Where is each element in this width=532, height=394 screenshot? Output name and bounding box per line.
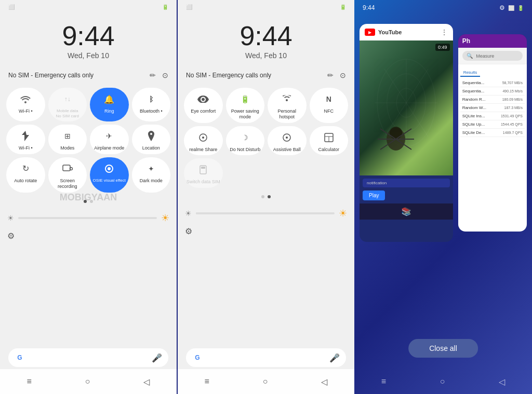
back-nav-icon[interactable]: ◁ xyxy=(143,377,150,387)
settings-circle-icon[interactable]: ⊙ xyxy=(162,71,168,79)
tile-modes[interactable]: ⊞ Modes xyxy=(48,125,87,154)
dnd-label: Do Not Disturb xyxy=(230,147,260,153)
middle-battery-icon: 🔋 xyxy=(340,4,346,10)
bench-item-6-name: SQLite Up... xyxy=(462,122,485,127)
youtube-card[interactable]: ▶ YouTube ⋮ xyxy=(360,24,453,242)
middle-brightness-slider[interactable] xyxy=(196,212,335,214)
bench-search-bar[interactable]: 🔍 Measure xyxy=(462,51,523,61)
tile-hotspot[interactable]: Personal hotspot xyxy=(268,88,307,123)
right-home-nav[interactable]: ○ xyxy=(440,377,445,386)
play-button[interactable]: Play xyxy=(363,191,385,200)
middle-back-nav[interactable]: ◁ xyxy=(321,377,327,387)
bluetooth-label: Bluetooth • xyxy=(140,108,163,114)
tile-eye-comfort[interactable]: Eye comfort xyxy=(184,88,223,123)
modes-label: Modes xyxy=(60,145,74,151)
svg-rect-0 xyxy=(63,165,70,171)
tile-dark-mode[interactable]: ✦ Dark mode xyxy=(132,157,171,193)
left-screen-icon: ⬜ xyxy=(8,4,15,10)
middle-menu-nav[interactable]: ≡ xyxy=(204,377,209,386)
right-screen-icon: ⬜ xyxy=(508,5,514,11)
wifi-label: Wi-Fi • xyxy=(19,108,33,114)
switch-sim-label: Switch data SIM xyxy=(187,179,220,185)
left-tiles-grid: Wi-Fi • ↑↓ Mobile dataNo SIM card 🔔 Ring… xyxy=(0,84,177,197)
airplane-label: Airplane mode xyxy=(94,145,124,151)
airplane-icon: ✈ xyxy=(102,129,116,143)
tile-realme-share[interactable]: realme Share xyxy=(184,126,223,156)
assistive-label: Assistive Ball xyxy=(273,147,301,153)
tile-wifi[interactable]: Wi-Fi • xyxy=(6,88,45,121)
tile-ring[interactable]: 🔔 Ring xyxy=(90,88,129,121)
youtube-card-header: ▶ YouTube ⋮ xyxy=(360,24,453,40)
left-brightness-row: ☀ ☀ xyxy=(0,208,177,228)
middle-mic-icon[interactable]: 🎤 xyxy=(329,353,340,363)
bench-search-header: 🔍 Measure xyxy=(458,48,527,64)
middle-search-bar[interactable]: G 🎤 xyxy=(186,348,346,367)
realme-share-label: realme Share xyxy=(189,147,217,153)
hotspot-label: Personal hotspot xyxy=(270,108,304,120)
svg-point-1 xyxy=(70,167,72,170)
tile-airplane[interactable]: ✈ Airplane mode xyxy=(90,125,129,154)
tile-mobile-data[interactable]: ↑↓ Mobile dataNo SIM card xyxy=(48,88,87,121)
tile-flashlight[interactable]: Wi-Fi • xyxy=(6,125,45,154)
flashlight-icon xyxy=(18,129,33,143)
tile-dnd[interactable]: ☽ Do Not Disturb xyxy=(226,126,265,156)
bench-card-header: Ph xyxy=(458,34,527,48)
settings-icon[interactable]: ⚙ xyxy=(7,231,15,241)
tile-osie[interactable]: OSIE visual effect xyxy=(90,157,129,193)
left-sim-info: No SIM - Emergency calls only ✏ ⊙ xyxy=(0,65,177,84)
youtube-menu-icon[interactable]: ⋮ xyxy=(441,28,448,36)
middle-settings-gear[interactable]: ⚙ xyxy=(185,226,192,236)
youtube-notif: notification xyxy=(363,179,450,187)
nfc-icon: Ν xyxy=(322,92,336,106)
middle-home-nav[interactable]: ○ xyxy=(263,377,268,386)
spider-image-area: 0:49 xyxy=(360,40,453,175)
tile-assistive[interactable]: Assistive Ball xyxy=(268,126,307,156)
tile-switch-sim[interactable]: Switch data SIM xyxy=(184,158,223,188)
middle-settings-icon[interactable]: ⊙ xyxy=(340,71,346,79)
menu-nav-icon[interactable]: ≡ xyxy=(26,377,31,386)
middle-status-bar: ⬜ 🔋 xyxy=(178,0,354,12)
right-battery-icon: 🔋 xyxy=(517,5,524,11)
middle-panel: ⬜ 🔋 9:44 Wed, Feb 10 No SIM - Emergency … xyxy=(178,0,354,394)
tile-nfc[interactable]: Ν NFC xyxy=(310,88,349,123)
right-menu-nav[interactable]: ≡ xyxy=(381,377,386,386)
hotspot-icon xyxy=(280,92,294,106)
bench-item-2-name: Sequentia... xyxy=(462,89,485,93)
bench-item-6: SQLite Up... 1544.45 QPS xyxy=(460,120,525,129)
books-icon[interactable]: 📚 xyxy=(401,207,411,216)
right-status-bar: 9:44 ⚙ ⬜ 🔋 xyxy=(354,0,532,13)
youtube-logo-row: ▶ YouTube xyxy=(365,29,402,36)
tile-bluetooth[interactable]: ᛒ Bluetooth • xyxy=(132,88,171,121)
middle-clock-area: 9:44 Wed, Feb 10 xyxy=(178,12,354,65)
tile-location[interactable]: Location xyxy=(132,125,171,154)
bench-item-6-val: 1544.45 QPS xyxy=(501,123,523,126)
right-back-nav[interactable]: ◁ xyxy=(499,377,505,387)
bench-search-placeholder: Measure xyxy=(476,53,494,59)
left-clock-time: 9:44 xyxy=(0,22,177,49)
tile-screen-recording[interactable]: Screen recording xyxy=(48,157,87,193)
ring-label: Ring xyxy=(104,108,114,114)
middle-nav-bar: ≡ ○ ◁ xyxy=(178,369,354,394)
brightness-low-icon: ☀ xyxy=(7,214,14,222)
home-nav-icon[interactable]: ○ xyxy=(85,377,90,386)
youtube-card-footer: 📚 xyxy=(360,203,453,220)
location-label: Location xyxy=(142,145,160,151)
left-clock-date: Wed, Feb 10 xyxy=(0,51,177,60)
left-clock-area: 9:44 Wed, Feb 10 xyxy=(0,12,177,65)
youtube-title: YouTube xyxy=(378,29,402,35)
tile-calculator[interactable]: Calculator xyxy=(310,126,349,156)
left-brightness-slider[interactable] xyxy=(18,217,157,219)
svg-point-4 xyxy=(108,167,111,170)
left-search-bar[interactable]: G 🎤 xyxy=(8,348,168,367)
benchmark-card[interactable]: Ph 🔍 Measure Results Sequentia... 58,707 xyxy=(458,34,527,232)
close-all-button[interactable]: Close all xyxy=(408,339,478,358)
right-settings-icon[interactable]: ⚙ xyxy=(499,4,505,11)
bench-results-tab[interactable]: Results xyxy=(460,69,481,77)
video-time: 0:49 xyxy=(435,44,450,51)
middle-edit-icon[interactable]: ✏ xyxy=(327,71,334,79)
svg-point-23 xyxy=(390,127,402,139)
edit-icon[interactable]: ✏ xyxy=(150,71,156,79)
tile-autorotate[interactable]: ↻ Auto rotate xyxy=(6,157,45,193)
tile-power-saving[interactable]: 🔋 Power saving mode xyxy=(226,88,265,123)
mic-icon[interactable]: 🎤 xyxy=(152,353,162,363)
